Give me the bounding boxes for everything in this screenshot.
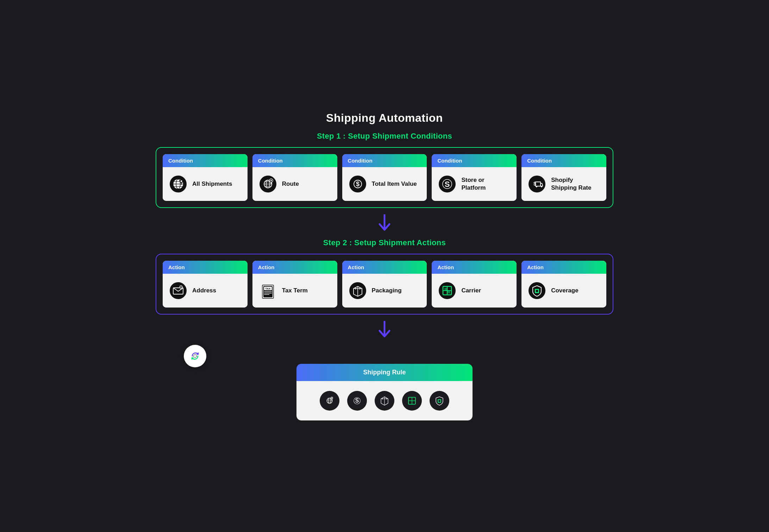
card-header-coverage: Action <box>521 261 606 274</box>
address-icon <box>169 281 187 300</box>
address-label: Address <box>192 287 216 294</box>
conditions-section: Condition <box>156 147 613 208</box>
svg-rect-44 <box>448 291 450 293</box>
svg-rect-51 <box>195 357 195 358</box>
arrow-down-1 <box>377 214 392 232</box>
coverage-label: Coverage <box>551 287 578 294</box>
tax-term-label: Tax Term <box>282 287 308 294</box>
card-header-shopify-shipping-rate: Condition <box>521 154 606 167</box>
packaging-icon <box>349 281 367 300</box>
svg-rect-43 <box>444 288 447 290</box>
card-header-total-item-value: Condition <box>342 154 427 167</box>
card-header-route: Condition <box>252 154 337 167</box>
arrow-down-2 <box>377 321 392 338</box>
rule-box: Shipping Rule <box>296 364 473 420</box>
svg-rect-50 <box>195 354 195 355</box>
svg-point-48 <box>189 350 201 362</box>
shopify-icon: S <box>438 175 456 193</box>
svg-point-60 <box>331 398 332 399</box>
svg-point-25 <box>541 186 542 188</box>
card-body-all-shipments: All Shipments <box>163 167 248 201</box>
route-label: Route <box>282 180 299 188</box>
svg-rect-53 <box>196 356 197 356</box>
card-body-address: Address <box>163 274 248 308</box>
truck-icon: $ <box>528 175 546 193</box>
card-header-address: Action <box>163 261 248 274</box>
coverage-icon <box>528 281 546 300</box>
packaging-label: Packaging <box>372 287 402 294</box>
all-shipments-icon <box>169 175 187 193</box>
svg-text:S: S <box>445 180 450 189</box>
card-carrier[interactable]: Action Carrier <box>432 261 517 308</box>
svg-point-14 <box>270 180 272 181</box>
card-header-all-shipments: Condition <box>163 154 248 167</box>
card-header-packaging: Action <box>342 261 427 274</box>
shopify-shipping-rate-label: Shopify Shipping Rate <box>551 176 600 192</box>
svg-rect-52 <box>193 356 194 356</box>
card-body-coverage: Coverage <box>521 274 606 308</box>
card-header-carrier: Action <box>432 261 517 274</box>
tax-icon: TAX <box>259 281 277 300</box>
card-route[interactable]: Condition Route <box>252 154 337 201</box>
svg-rect-47 <box>536 290 538 292</box>
card-body-tax-term: TAX Tax Term <box>252 274 337 308</box>
route-icon <box>259 175 277 193</box>
rule-box-body: S <box>296 381 473 420</box>
svg-point-6 <box>181 180 182 182</box>
svg-point-24 <box>536 186 537 188</box>
step2-title: Step 2 : Setup Shipment Actions <box>323 238 446 247</box>
svg-rect-22 <box>529 176 545 192</box>
card-store-or-platform[interactable]: Condition S Store or Platform <box>432 154 517 201</box>
rule-icon-coverage <box>430 391 449 411</box>
actions-section: Action Address Action <box>156 254 613 315</box>
card-all-shipments[interactable]: Condition <box>163 154 248 201</box>
carrier-label: Carrier <box>461 287 481 294</box>
card-address[interactable]: Action Address <box>163 261 248 308</box>
rule-icon-packaging <box>375 391 394 411</box>
card-packaging[interactable]: Action Packaging <box>342 261 427 308</box>
card-coverage[interactable]: Action Coverage <box>521 261 606 308</box>
svg-text:S: S <box>355 398 359 404</box>
card-body-total-item-value: $ Total Item Value <box>342 167 427 201</box>
page-container: Shipping Automation Step 1 : Setup Shipm… <box>156 112 613 420</box>
rule-icon-carrier <box>402 391 422 411</box>
card-tax-term[interactable]: Action TAX Tax Term <box>252 261 337 308</box>
card-total-item-value[interactable]: Condition $ Total Item Value <box>342 154 427 201</box>
card-shopify-shipping-rate[interactable]: Condition $ Shopify Shipping Rate <box>521 154 606 201</box>
total-item-value-label: Total Item Value <box>372 180 417 188</box>
card-header-tax-term: Action <box>252 261 337 274</box>
svg-rect-68 <box>438 400 440 402</box>
rule-box-header: Shipping Rule <box>296 364 473 381</box>
card-header-store-or-platform: Condition <box>432 154 517 167</box>
svg-text:$: $ <box>356 180 360 188</box>
card-body-store-or-platform: S Store or Platform <box>432 167 517 201</box>
rule-icon-route <box>320 391 339 411</box>
rule-section: Shipping Rule <box>156 345 613 420</box>
card-body-shopify-shipping-rate: $ Shopify Shipping Rate <box>521 167 606 201</box>
card-body-route: Route <box>252 167 337 201</box>
dollar-icon: $ <box>349 175 367 193</box>
svg-point-29 <box>181 287 182 288</box>
rule-icon-shopify: S <box>347 391 367 411</box>
main-title: Shipping Automation <box>326 112 443 125</box>
step1-title: Step 1 : Setup Shipment Conditions <box>317 132 452 141</box>
store-or-platform-label: Store or Platform <box>461 176 510 192</box>
all-shipments-label: All Shipments <box>192 180 232 188</box>
svg-text:TAX: TAX <box>265 287 271 290</box>
svg-rect-26 <box>170 282 187 299</box>
carrier-icon <box>438 281 456 300</box>
rule-badge-icon <box>184 345 206 367</box>
card-body-carrier: Carrier <box>432 274 517 308</box>
card-body-packaging: Packaging <box>342 274 427 308</box>
